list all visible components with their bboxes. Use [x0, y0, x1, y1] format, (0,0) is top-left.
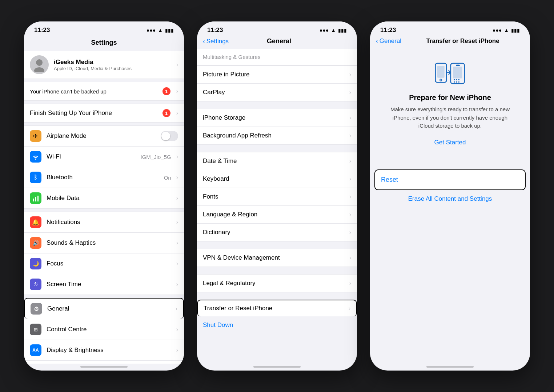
backup-warning-text: Your iPhone can't be backed up — [30, 88, 162, 95]
home-indicator-2 — [253, 366, 301, 368]
home-screen-row[interactable]: ▦ Home Screen › — [24, 361, 184, 364]
erase-row[interactable]: Erase All Content and Settings — [370, 190, 530, 208]
language-chevron-icon: › — [349, 211, 351, 218]
nav-bar-3: ‹ General Transfer or Reset iPhone — [370, 36, 530, 48]
scroll-area-3[interactable]: Prepare for New iPhone Make sure everyth… — [370, 48, 530, 361]
scroll-area-1[interactable]: iGeeks Media Apple ID, iCloud, Media & P… — [24, 51, 184, 364]
legal-label: Legal & Regulatory — [203, 280, 346, 287]
fonts-chevron-icon: › — [349, 193, 351, 200]
vpn-label: VPN & Device Management — [203, 254, 346, 261]
iphone-storage-label: iPhone Storage — [203, 114, 346, 121]
nav-bar-2: ‹ Settings General — [197, 36, 357, 49]
svg-rect-4 — [37, 196, 39, 201]
bluetooth-row[interactable]: ᛒ Bluetooth On › — [24, 167, 184, 188]
fonts-row[interactable]: Fonts › — [197, 188, 357, 206]
transfer-reset-label: Transfer or Reset iPhone — [204, 305, 346, 312]
wifi-row[interactable]: Wi-Fi IGM_Jio_5G › — [24, 147, 184, 167]
airplane-toggle[interactable] — [161, 131, 178, 141]
svg-point-16 — [458, 81, 460, 83]
signal-icon: ●●● — [146, 27, 156, 33]
prepare-desc: Make sure everything's ready to transfer… — [377, 105, 523, 130]
legal-row[interactable]: Legal & Regulatory › — [197, 275, 357, 292]
carplay-row[interactable]: CarPlay › — [197, 84, 357, 101]
picture-in-picture-row[interactable]: Picture in Picture › — [197, 66, 357, 84]
svg-rect-6 — [437, 66, 445, 77]
sounds-icon: 🔊 — [30, 237, 41, 249]
mobile-data-row[interactable]: Mobile Data › — [24, 188, 184, 208]
svg-rect-3 — [35, 197, 36, 201]
vpn-chevron-icon: › — [349, 255, 351, 261]
vpn-row[interactable]: VPN & Device Management › — [197, 249, 357, 267]
date-time-label: Date & Time — [203, 157, 346, 165]
battery-icon-2: ▮▮▮ — [338, 27, 347, 33]
language-label: Language & Region — [203, 211, 346, 218]
gap-2 — [197, 145, 357, 152]
notifications-label: Notifications — [47, 219, 173, 226]
erase-label: Erase All Content and Settings — [408, 195, 492, 202]
language-row[interactable]: Language & Region › — [197, 206, 357, 224]
general-label: General — [47, 305, 173, 312]
keyboard-row[interactable]: Keyboard › — [197, 170, 357, 188]
wifi-row-icon — [30, 151, 41, 163]
scroll-area-2[interactable]: Multitasking & Gestures Picture in Pictu… — [197, 49, 357, 361]
battery-icon: ▮▮▮ — [165, 27, 174, 33]
display-label: Display & Brightness — [47, 347, 173, 354]
bluetooth-chevron-icon: › — [176, 174, 178, 181]
partial-item: Multitasking & Gestures — [197, 49, 357, 65]
status-icons-3: ●●● ▲ ▮▮▮ — [493, 27, 520, 33]
battery-icon-3: ▮▮▮ — [511, 27, 520, 33]
background-app-label: Background App Refresh — [203, 132, 346, 139]
sounds-label: Sounds & Haptics — [47, 239, 173, 247]
pip-label: Picture in Picture — [203, 71, 346, 78]
shutdown-row[interactable]: Shut Down — [197, 316, 357, 334]
signal-icon-2: ●●● — [320, 27, 329, 33]
general-row[interactable]: ⚙ General › — [24, 298, 184, 319]
backup-warning-row[interactable]: Your iPhone can't be backed up 1 › — [24, 82, 184, 101]
phone-1: 11:23 ●●● ▲ ▮▮▮ Settings iGeeks Media — [24, 21, 184, 371]
back-chevron-icon: ‹ — [203, 38, 205, 45]
svg-rect-9 — [453, 67, 462, 78]
svg-point-13 — [458, 79, 460, 80]
fonts-label: Fonts — [203, 193, 346, 200]
dictionary-row[interactable]: Dictionary › — [197, 224, 357, 241]
nav-back-3[interactable]: ‹ General — [376, 37, 401, 45]
background-app-row[interactable]: Background App Refresh › — [197, 127, 357, 144]
notifications-row[interactable]: 🔔 Notifications › — [24, 212, 184, 233]
date-time-row[interactable]: Date & Time › — [197, 152, 357, 170]
profile-name: iGeeks Media — [54, 59, 173, 66]
svg-point-15 — [456, 81, 457, 83]
sounds-row[interactable]: 🔊 Sounds & Haptics › — [24, 233, 184, 253]
gap-5 — [197, 292, 357, 300]
control-centre-row[interactable]: ⊞ Control Centre › — [24, 319, 184, 340]
screen-time-chevron-icon: › — [176, 281, 178, 288]
display-icon: AA — [30, 344, 41, 356]
focus-icon: 🌙 — [30, 258, 41, 269]
nav-back-2[interactable]: ‹ Settings — [203, 38, 229, 45]
reset-row[interactable]: Reset — [374, 169, 526, 190]
connectivity-section: ✈ Airplane Mode Wi-Fi IGM_Jio_5G › ᛒ Blu — [24, 125, 184, 209]
status-icons-1: ●●● ▲ ▮▮▮ — [146, 27, 174, 33]
finish-setup-text: Finish Setting Up Your iPhone — [30, 109, 162, 117]
focus-row[interactable]: 🌙 Focus › — [24, 253, 184, 274]
control-centre-label: Control Centre — [47, 326, 173, 333]
get-started-link[interactable]: Get Started — [431, 136, 469, 149]
general-chevron-icon: › — [176, 305, 177, 312]
transfer-reset-row[interactable]: Transfer or Reset iPhone › — [197, 300, 357, 316]
finish-setup-row[interactable]: Finish Setting Up Your iPhone 1 › — [24, 104, 184, 123]
backup-chevron-icon: › — [176, 88, 178, 95]
status-bar-2: 11:23 ●●● ▲ ▮▮▮ — [197, 21, 357, 36]
dictionary-chevron-icon: › — [349, 229, 351, 236]
airplane-mode-row[interactable]: ✈ Airplane Mode — [24, 126, 184, 147]
prepare-area: Prepare for New iPhone Make sure everyth… — [370, 48, 530, 156]
mobile-data-label: Mobile Data — [47, 195, 173, 202]
mobile-data-chevron-icon: › — [176, 195, 178, 201]
bluetooth-label: Bluetooth — [47, 174, 164, 181]
profile-row[interactable]: iGeeks Media Apple ID, iCloud, Media & P… — [24, 51, 184, 79]
screen-time-row[interactable]: ⏱ Screen Time › — [24, 274, 184, 295]
svg-rect-2 — [33, 199, 34, 201]
notifications-section: 🔔 Notifications › 🔊 Sounds & Haptics › 🌙… — [24, 212, 184, 295]
storage-section: iPhone Storage › Background App Refresh … — [197, 109, 357, 145]
phones-container: 11:23 ●●● ▲ ▮▮▮ Settings iGeeks Media — [0, 0, 554, 392]
display-brightness-row[interactable]: AA Display & Brightness › — [24, 340, 184, 361]
iphone-storage-row[interactable]: iPhone Storage › — [197, 109, 357, 127]
